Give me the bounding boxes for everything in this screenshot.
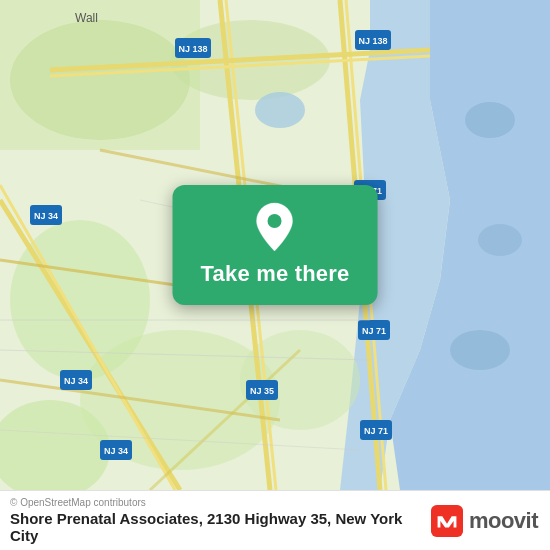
svg-text:NJ 34: NJ 34 xyxy=(104,446,128,456)
take-me-there-label: Take me there xyxy=(201,261,350,287)
moovit-text: moovit xyxy=(469,508,538,534)
bottom-info: © OpenStreetMap contributors Shore Prena… xyxy=(10,497,431,544)
take-me-there-button[interactable]: Take me there xyxy=(173,185,378,305)
svg-point-4 xyxy=(10,20,190,140)
moovit-logo: moovit xyxy=(431,505,538,537)
svg-point-12 xyxy=(450,330,510,370)
svg-point-14 xyxy=(478,224,522,256)
location-pin-icon xyxy=(251,203,299,251)
svg-text:NJ 35: NJ 35 xyxy=(250,386,274,396)
svg-point-10 xyxy=(255,92,305,128)
svg-point-13 xyxy=(465,102,515,138)
svg-text:NJ 34: NJ 34 xyxy=(34,211,58,221)
svg-text:NJ 71: NJ 71 xyxy=(362,326,386,336)
moovit-icon xyxy=(431,505,463,537)
svg-text:NJ 138: NJ 138 xyxy=(178,44,207,54)
location-title: Shore Prenatal Associates, 2130 Highway … xyxy=(10,510,431,544)
svg-text:NJ 34: NJ 34 xyxy=(64,376,88,386)
svg-text:NJ 138: NJ 138 xyxy=(358,36,387,46)
bottom-bar: © OpenStreetMap contributors Shore Prena… xyxy=(0,490,550,550)
svg-text:NJ 71: NJ 71 xyxy=(364,426,388,436)
svg-point-50 xyxy=(268,214,282,228)
svg-text:Wall: Wall xyxy=(75,11,98,25)
svg-rect-51 xyxy=(431,505,463,537)
attribution-text: © OpenStreetMap contributors xyxy=(10,497,431,508)
map-area: NJ 34 NJ 34 NJ 34 NJ 35 NJ 71 NJ 71 NJ 7… xyxy=(0,0,550,490)
